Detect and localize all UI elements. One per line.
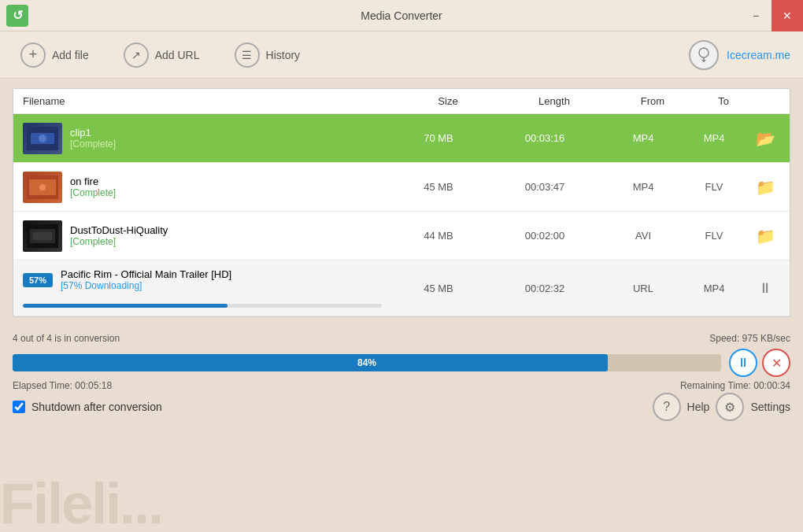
filename-info: on fire [Complete] [70, 175, 116, 198]
add-file-button[interactable]: + Add file [13, 38, 97, 72]
app-icon-wrapper: ↺ [6, 5, 28, 27]
filename-cell: 57% Pacific Rim - Official Main Trailer … [13, 260, 391, 316]
history-icon: ☰ [235, 42, 260, 68]
filename-cell: on fire [Complete] [13, 165, 391, 209]
stop-all-button[interactable]: ✕ [762, 349, 790, 377]
col-from: From [613, 95, 692, 107]
file-name: on fire [70, 175, 116, 187]
overall-progress-bar: 84% [13, 354, 721, 371]
file-action[interactable]: 📁 [746, 220, 785, 252]
svg-point-7 [39, 184, 46, 190]
file-status: [Complete] [70, 236, 168, 247]
file-length: 00:03:16 [486, 126, 604, 150]
main-content: Filename Size Length From To clip1 [Co [0, 79, 803, 327]
overall-controls: ⏸ ✕ [729, 349, 790, 377]
svg-point-4 [39, 135, 46, 142]
conversion-status: 4 out of 4 is in conversion [13, 333, 120, 344]
file-size: 70 MB [391, 126, 486, 150]
window-controls: − ✕ [740, 0, 803, 31]
file-from: MP4 [604, 126, 683, 150]
close-button[interactable]: ✕ [772, 0, 803, 31]
svg-point-0 [699, 48, 709, 57]
file-action[interactable]: ⏸ [746, 274, 785, 303]
app-icon: ↺ [6, 5, 28, 27]
open-folder-icon: 📁 [756, 227, 775, 245]
col-action [755, 95, 794, 107]
minimize-button[interactable]: − [740, 0, 772, 31]
open-folder-icon: 📂 [756, 130, 775, 147]
title-bar: ↺ Media Converter − ✕ [0, 0, 803, 31]
table-row: DustToDust-HiQuality [Complete] 44 MB 00… [13, 212, 790, 260]
help-button[interactable]: ? [653, 393, 681, 421]
elapsed-time: Elapsed Time: 00:05:18 [13, 380, 112, 391]
add-file-label: Add file [52, 49, 89, 61]
icecream-icon [689, 40, 719, 70]
file-name: Pacific Rim - Official Main Trailer [HD] [61, 268, 231, 280]
file-name: clip1 [70, 127, 116, 139]
settings-label: Settings [750, 401, 790, 413]
file-status: [Complete] [70, 187, 116, 198]
file-to: FLV [683, 224, 746, 248]
add-url-icon: ↗ [124, 42, 149, 68]
add-file-icon: + [20, 42, 46, 68]
file-to: MP4 [683, 276, 746, 301]
table-row: clip1 [Complete] 70 MB 00:03:16 MP4 MP4 … [13, 114, 790, 163]
overall-progress-wrapper: 84% ⏸ ✕ [13, 349, 790, 377]
filename-info: clip1 [Complete] [70, 127, 116, 150]
speed-display: Speed: 975 KB/sec [709, 333, 790, 344]
footer: Shutdown after conversion ? Help ⚙ Setti… [0, 394, 803, 419]
overall-progress-label: 84% [357, 357, 376, 368]
col-length: Length [495, 95, 613, 107]
file-size: 45 MB [391, 175, 486, 199]
app-icon-symbol: ↺ [13, 8, 23, 23]
file-table: Filename Size Length From To clip1 [Co [13, 88, 790, 317]
file-to: FLV [683, 175, 746, 199]
col-size: Size [401, 95, 495, 107]
shutdown-label: Shutdown after conversion [31, 401, 162, 413]
watermark: Fileli... [0, 475, 162, 532]
shutdown-checkbox[interactable] [13, 401, 25, 413]
file-thumbnail [23, 220, 62, 252]
open-folder-icon: 📁 [756, 179, 775, 196]
file-from: URL [604, 276, 683, 301]
pause-icon: ⏸ [758, 280, 772, 296]
filename-info: Pacific Rim - Official Main Trailer [HD]… [61, 268, 231, 291]
file-size: 44 MB [391, 224, 486, 248]
filename-cell: clip1 [Complete] [13, 116, 391, 161]
file-size: 45 MB [391, 276, 486, 301]
table-row: on fire [Complete] 45 MB 00:03:47 MP4 FL… [13, 163, 790, 212]
svg-rect-10 [33, 232, 52, 240]
settings-button[interactable]: ⚙ [716, 393, 744, 421]
remaining-time: Remaining Time: 00:00:34 [680, 380, 790, 391]
status-bottom: Elapsed Time: 00:05:18 Remaining Time: 0… [13, 380, 790, 391]
history-button[interactable]: ☰ History [227, 38, 309, 72]
file-status: [Complete] [70, 139, 116, 150]
add-url-button[interactable]: ↗ Add URL [116, 38, 208, 72]
file-status: [57% Downloading] [61, 280, 231, 291]
shutdown-option: Shutdown after conversion [13, 401, 162, 413]
add-url-label: Add URL [155, 49, 200, 61]
file-thumbnail [23, 172, 62, 203]
icecream-button[interactable]: Icecream.me [689, 40, 790, 70]
file-thumbnail [23, 123, 62, 154]
col-filename: Filename [23, 95, 401, 107]
file-from: AVI [604, 224, 683, 248]
status-bar: 4 out of 4 is in conversion Speed: 975 K… [0, 327, 803, 394]
status-top: 4 out of 4 is in conversion Speed: 975 K… [13, 333, 790, 344]
footer-right: ? Help ⚙ Settings [653, 393, 790, 421]
pause-all-button[interactable]: ⏸ [729, 349, 757, 377]
download-percent-badge: 57% [23, 273, 53, 287]
file-action[interactable]: 📂 [746, 123, 785, 154]
file-length: 00:02:32 [486, 276, 604, 301]
row-progress-fill [23, 304, 228, 308]
col-to: To [692, 95, 755, 107]
file-length: 00:02:00 [486, 224, 604, 248]
table-row: 57% Pacific Rim - Official Main Trailer … [13, 260, 790, 316]
file-action[interactable]: 📁 [746, 172, 785, 203]
file-length: 00:03:47 [486, 175, 604, 199]
filename-cell: DustToDust-HiQuality [Complete] [13, 214, 391, 258]
overall-progress-fill [13, 354, 608, 371]
toolbar: + Add file ↗ Add URL ☰ History Icecream.… [0, 31, 803, 79]
file-to: MP4 [683, 126, 746, 150]
file-from: MP4 [604, 175, 683, 199]
